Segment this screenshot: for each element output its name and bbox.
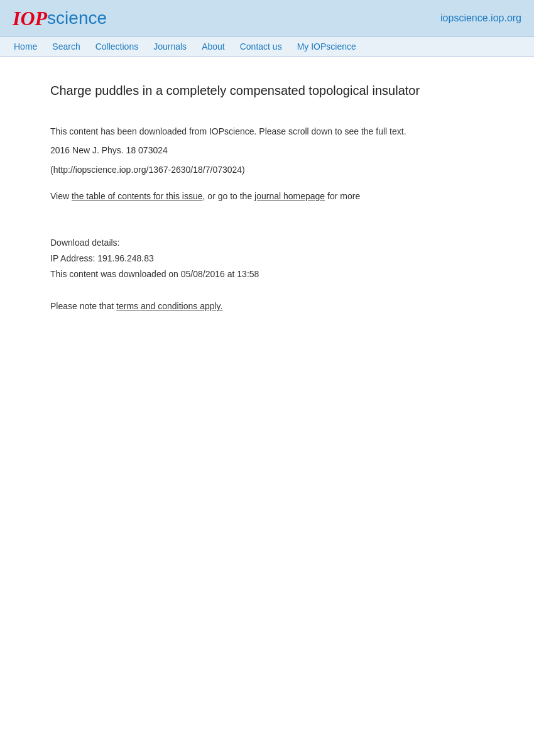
header: IOP science iopscience.iop.org (0, 0, 534, 36)
nav-item-collections[interactable]: Collections (88, 38, 146, 55)
view-text-before: View (50, 191, 72, 201)
note-text: Please note that terms and conditions ap… (50, 301, 484, 311)
main-content: Charge puddles in a completely compensat… (0, 57, 534, 336)
site-url-link[interactable]: iopscience.iop.org (440, 13, 521, 24)
view-links-block: View the table of contents for this issu… (50, 189, 484, 203)
article-title: Charge puddles in a completely compensat… (50, 82, 484, 99)
nav-item-contact-us[interactable]: Contact us (232, 38, 290, 55)
nav-item-journals[interactable]: Journals (146, 38, 194, 55)
article-url: (http://iopscience.iop.org/1367-2630/18/… (50, 163, 484, 177)
logo-iop: IOP (13, 7, 47, 30)
citation: 2016 New J. Phys. 18 073024 (50, 143, 484, 157)
nav-item-search[interactable]: Search (45, 38, 87, 55)
ip-address: IP Address: 191.96.248.83 (50, 251, 484, 266)
journal-homepage-link[interactable]: journal homepage (254, 191, 325, 201)
note-before: Please note that (50, 301, 116, 311)
table-of-contents-link[interactable]: the table of contents for this issue (72, 191, 203, 201)
nav-item-about[interactable]: About (194, 38, 232, 55)
navbar: Home Search Collections Journals About C… (0, 36, 534, 57)
download-notice-block: This content has been downloaded from IO… (50, 124, 484, 177)
downloaded-on: This content was downloaded on 05/08/201… (50, 266, 484, 282)
terms-link[interactable]: terms and conditions apply. (116, 301, 222, 311)
view-text-middle: , or go to the (203, 191, 255, 201)
download-details-section: Download details: IP Address: 191.96.248… (50, 235, 484, 283)
download-details-label: Download details: (50, 235, 484, 251)
download-notice: This content has been downloaded from IO… (50, 124, 484, 138)
view-text-after: for more (325, 191, 360, 201)
note-section: Please note that terms and conditions ap… (50, 301, 484, 311)
logo-science: science (47, 8, 107, 28)
nav-item-home[interactable]: Home (6, 38, 45, 55)
nav-item-my-iopscience[interactable]: My IOPscience (290, 38, 364, 55)
view-links-text: View the table of contents for this issu… (50, 189, 484, 203)
logo: IOP science (13, 7, 107, 30)
